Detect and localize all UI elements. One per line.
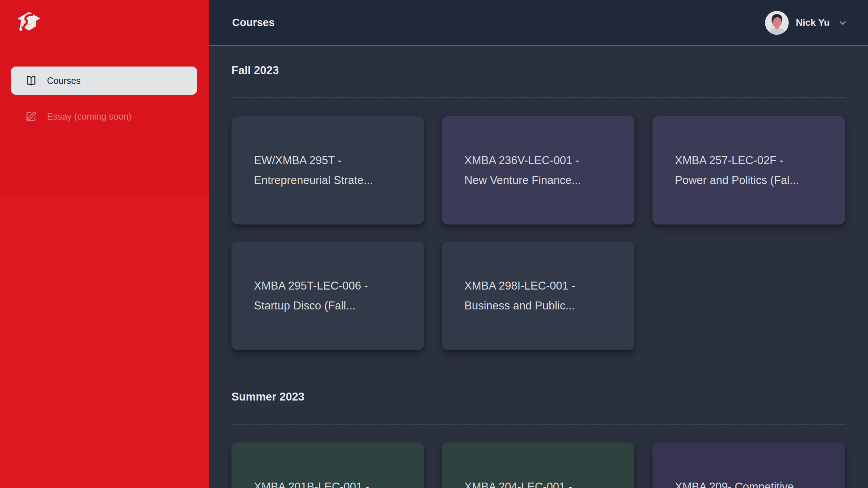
course-card[interactable]: XMBA 295T-LEC-006 - Startup Disco (Fall.… (231, 241, 424, 350)
sidebar-item-label: Essay (coming soon) (47, 111, 131, 122)
sidebar-item-essay[interactable]: Essay (coming soon) (11, 108, 197, 124)
graduation-cap-pencil-logo[interactable] (16, 11, 42, 36)
user-name: Nick Yu (796, 17, 830, 28)
season-title: Fall 2023 (231, 64, 845, 77)
sidebar-item-courses[interactable]: Courses (11, 67, 197, 95)
sidebar-item-label: Courses (47, 76, 81, 86)
chevron-down-icon (838, 18, 848, 28)
course-card[interactable]: XMBA 236V-LEC-001 - New Venture Finance.… (442, 116, 634, 224)
course-card[interactable]: XMBA 209- Competitive (652, 442, 845, 488)
course-card-title: XMBA 201B-LEC-001 - (254, 477, 369, 488)
top-header: Courses Nick Yu (209, 0, 868, 46)
course-card-title: XMBA 295T-LEC-006 - Startup Disco (Fall.… (254, 276, 368, 316)
course-card-title: XMBA 204-LEC-001 - (464, 477, 572, 488)
season-divider (231, 97, 845, 98)
season-section: Fall 2023EW/XMBA 295T - Entrepreneurial … (231, 64, 845, 350)
user-menu[interactable]: Nick Yu (765, 11, 848, 35)
course-card[interactable]: XMBA 204-LEC-001 - (442, 442, 634, 488)
page-title: Courses (232, 17, 275, 29)
content: Fall 2023EW/XMBA 295T - Entrepreneurial … (209, 46, 868, 488)
course-card-title: XMBA 298I-LEC-001 - Business and Public.… (464, 276, 575, 316)
course-card-title: EW/XMBA 295T - Entrepreneurial Strate... (254, 150, 373, 190)
sidebar: Courses Essay (coming soon) (0, 0, 209, 488)
course-grid: XMBA 201B-LEC-001 -XMBA 204-LEC-001 -XMB… (231, 442, 845, 488)
course-card[interactable]: EW/XMBA 295T - Entrepreneurial Strate... (231, 116, 424, 224)
season-section: Summer 2023XMBA 201B-LEC-001 -XMBA 204-L… (231, 390, 845, 488)
season-title: Summer 2023 (231, 390, 845, 403)
book-open-icon (25, 74, 38, 87)
course-card-title: XMBA 236V-LEC-001 - New Venture Finance.… (464, 150, 581, 190)
course-card-title: XMBA 257-LEC-02F - Power and Politics (F… (675, 150, 799, 190)
course-grid: EW/XMBA 295T - Entrepreneurial Strate...… (231, 116, 845, 350)
main-column: Courses Nick Yu Fall 2023EW/X (209, 0, 868, 488)
course-card[interactable]: XMBA 298I-LEC-001 - Business and Public.… (442, 241, 634, 350)
course-card-title: XMBA 209- Competitive (675, 477, 794, 488)
course-card[interactable]: XMBA 257-LEC-02F - Power and Politics (F… (652, 116, 845, 224)
user-avatar (765, 11, 789, 35)
course-card[interactable]: XMBA 201B-LEC-001 - (231, 442, 424, 488)
pencil-square-icon (25, 110, 38, 123)
season-divider (231, 424, 845, 425)
